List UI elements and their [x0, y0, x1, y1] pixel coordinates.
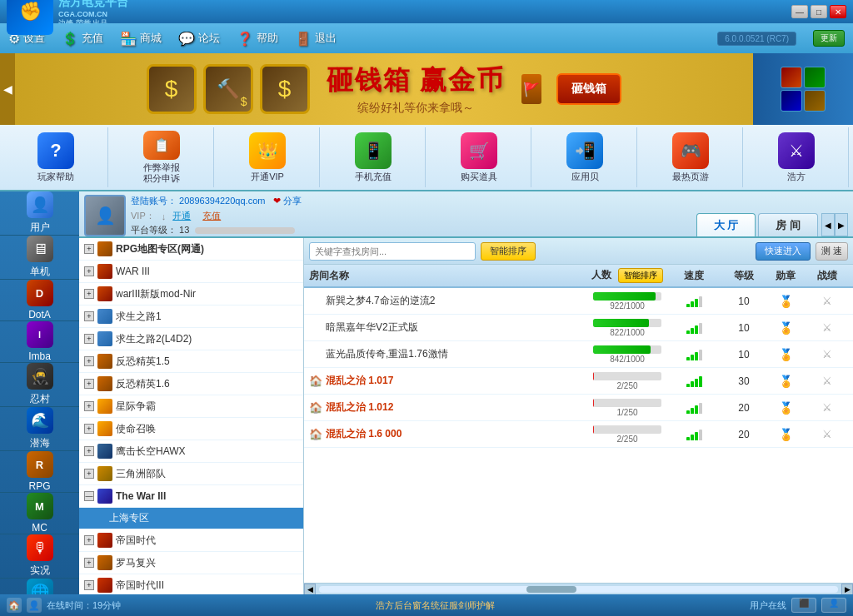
- tab-hall[interactable]: 大 厅: [696, 213, 756, 236]
- hscroll-right-button[interactable]: ▶: [841, 584, 853, 595]
- list-item[interactable]: + warIII新版mod-Nir: [79, 283, 303, 306]
- room-search-input[interactable]: [309, 242, 476, 261]
- expand-icon[interactable]: +: [84, 469, 94, 479]
- quick-enter-button[interactable]: 快速进入: [756, 242, 811, 261]
- expand-icon[interactable]: +: [84, 356, 94, 366]
- qa-vip-button[interactable]: 👑 开通VIP: [216, 127, 320, 187]
- sidebar-item-sea[interactable]: 🌊 潜海: [0, 407, 79, 451]
- list-item[interactable]: + 求生之路2(L4D2): [79, 328, 303, 350]
- smart-sort-header-button[interactable]: 智能排序: [618, 268, 663, 283]
- banner-prev-button[interactable]: ◀: [0, 53, 15, 125]
- table-row[interactable]: 蓝光晶质传奇,重温1.76激情 842/1000: [304, 341, 853, 368]
- sidebar-item-dota[interactable]: D DotA: [0, 280, 79, 321]
- list-item[interactable]: + 使命召唤: [79, 418, 303, 440]
- expand-icon[interactable]: +: [84, 401, 94, 411]
- tab-room[interactable]: 房 间: [758, 213, 818, 236]
- hscroll-track[interactable]: [319, 586, 838, 593]
- qa-help-button[interactable]: ? 玩家帮助: [4, 127, 108, 187]
- sidebar-item-live[interactable]: 🎙 实况: [0, 534, 79, 579]
- kaitong-link[interactable]: 开通: [172, 210, 191, 222]
- expand-icon[interactable]: +: [84, 379, 94, 389]
- qa-app-button[interactable]: 📲 应用贝: [533, 127, 637, 187]
- qa-buy-icon: 🛒: [461, 132, 497, 169]
- expand-icon[interactable]: +: [84, 535, 94, 545]
- list-item[interactable]: + 星际争霸: [79, 395, 303, 418]
- tab-scroll-right[interactable]: ▶: [835, 213, 848, 236]
- update-button[interactable]: 更新: [813, 30, 845, 47]
- nav-forum[interactable]: 💬 论坛: [178, 31, 220, 47]
- room-speed: [665, 296, 723, 307]
- list-item[interactable]: + 求生之路1: [79, 306, 303, 328]
- speed-test-button[interactable]: 测 速: [816, 242, 848, 261]
- sidebar-item-imba[interactable]: I Imba: [0, 321, 79, 363]
- expand-icon[interactable]: +: [84, 266, 94, 276]
- avatar-4: [804, 90, 826, 112]
- list-item[interactable]: + 反恐精英1.5: [79, 350, 303, 373]
- expand-icon[interactable]: +: [84, 580, 94, 590]
- list-item[interactable]: — The War III: [79, 485, 303, 508]
- table-row[interactable]: 暗黑嘉年华V2正式版 822/1000: [304, 315, 853, 341]
- list-item[interactable]: + 罗马复兴: [79, 552, 303, 574]
- qa-more-label: 浩方: [787, 171, 806, 182]
- qa-score-button[interactable]: 📋 作弊举报 积分申诉: [110, 127, 214, 187]
- table-row[interactable]: 🏠 混乱之治 1.017 2/250: [304, 368, 853, 395]
- horizontal-scrollbar[interactable]: ◀ ▶: [304, 583, 853, 594]
- sidebar-item-ninja[interactable]: 🥷 忍村: [0, 363, 79, 407]
- speed-bar-4: [699, 350, 702, 360]
- list-item-selected[interactable]: 上海专区: [79, 508, 303, 529]
- maximize-button[interactable]: □: [811, 5, 827, 18]
- hscroll-thumb[interactable]: [526, 586, 576, 593]
- sidebar-single-label: 单机: [30, 265, 50, 279]
- mc-sidebar-icon: M: [27, 493, 53, 519]
- status-user-icon[interactable]: 👤: [27, 598, 42, 613]
- status-button-1[interactable]: ⬛: [791, 598, 816, 613]
- qa-buy-button[interactable]: 🛒 购买道具: [427, 127, 531, 187]
- table-row[interactable]: 🏠 混乱之治 1.6 000 2/250: [304, 421, 853, 448]
- close-button[interactable]: ✕: [830, 5, 846, 18]
- table-row[interactable]: 🏠 混乱之治 1.012 1/250: [304, 395, 853, 421]
- speed-bar-1: [686, 384, 690, 387]
- list-item[interactable]: + 反恐精英1.6: [79, 373, 303, 395]
- nav-shop[interactable]: 🏪 商城: [120, 31, 162, 47]
- status-user-label: 用户在线: [750, 599, 786, 612]
- list-item[interactable]: + 三角洲部队: [79, 463, 303, 485]
- sidebar-item-single[interactable]: 🖥 单机: [0, 236, 79, 280]
- expand-icon[interactable]: +: [84, 558, 94, 568]
- share-button[interactable]: ❤ 分享: [273, 196, 302, 206]
- status-button-2[interactable]: 👤: [821, 598, 846, 613]
- expand-icon[interactable]: +: [84, 424, 94, 434]
- sidebar-item-user[interactable]: 👤 用户: [0, 191, 79, 236]
- expand-icon[interactable]: +: [84, 244, 94, 254]
- nav-recharge[interactable]: 💲 充值: [62, 31, 103, 47]
- nav-exit[interactable]: 🚪 退出: [295, 31, 337, 47]
- list-item[interactable]: + 帝国时代III: [79, 574, 303, 594]
- tab-scroll-left[interactable]: ◀: [821, 213, 835, 236]
- speed-bar-1: [686, 357, 690, 360]
- money-box-button[interactable]: 砸钱箱: [556, 73, 621, 105]
- qa-more-button[interactable]: ⚔ 浩方: [745, 127, 849, 187]
- sidebar-item-page[interactable]: 🌐 页游: [0, 579, 79, 594]
- expand-icon[interactable]: —: [84, 491, 94, 501]
- speed-bar-3: [695, 325, 698, 334]
- sidebar-item-mc[interactable]: M MC: [0, 493, 79, 534]
- expand-icon[interactable]: +: [84, 289, 94, 299]
- expand-icon[interactable]: +: [84, 446, 94, 456]
- list-item[interactable]: + WAR III: [79, 261, 303, 283]
- hscroll-left-button[interactable]: ◀: [304, 584, 316, 595]
- table-row[interactable]: 新巽之梦4.7命运的逆流2 922/1000: [304, 288, 853, 315]
- list-item[interactable]: + RPG地图专区(网通): [79, 238, 303, 261]
- list-item[interactable]: + 鹰击长空HAWX: [79, 440, 303, 463]
- status-home-icon[interactable]: 🏠: [7, 598, 22, 613]
- list-item[interactable]: + 帝国时代: [79, 529, 303, 552]
- sidebar-item-rpg[interactable]: R RPG: [0, 451, 79, 493]
- minimize-button[interactable]: —: [791, 5, 808, 18]
- expand-icon[interactable]: +: [84, 311, 94, 321]
- nav-help[interactable]: ❓ 帮助: [237, 31, 278, 47]
- qa-phone-button[interactable]: 📱 手机充值: [322, 127, 426, 187]
- chongzhi-link[interactable]: 充值: [202, 210, 221, 222]
- smart-sort-button[interactable]: 智能排序: [481, 242, 536, 261]
- qa-hotgame-button[interactable]: 🎮 最热页游: [639, 127, 743, 187]
- status-center-text[interactable]: 浩方后台窗名统征服剑师护解: [129, 599, 741, 612]
- expand-icon[interactable]: +: [84, 334, 94, 344]
- room-score: ⚔: [806, 321, 848, 334]
